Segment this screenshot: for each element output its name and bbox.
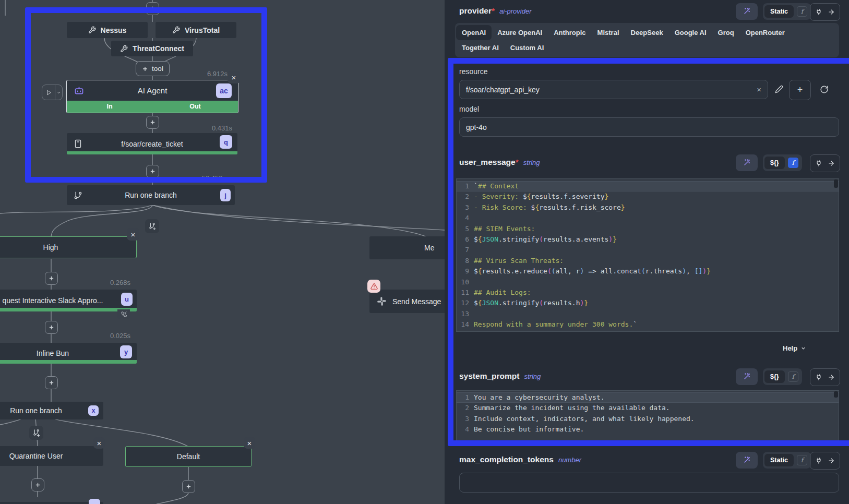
line-number: 8	[457, 256, 469, 266]
code-line: 2- Severity: ${results.f.severity}	[457, 191, 839, 202]
provider-tab-mistral[interactable]: Mistral	[592, 25, 625, 40]
resource-input[interactable]: f/soar/chatgpt_api_key ×	[459, 80, 768, 99]
node-virustotal[interactable]: VirusTotal	[156, 22, 236, 38]
node-label: VirusTotal	[185, 26, 220, 34]
plug-icon[interactable]	[815, 374, 822, 381]
clear-icon[interactable]: ×	[757, 85, 761, 94]
provider-mode-toggle[interactable]: Static f	[763, 3, 811, 20]
node-run-one-branch-2[interactable]: Run one branch x	[0, 402, 103, 419]
template-mode-pill[interactable]: ${}	[764, 370, 785, 383]
node-slack-approval[interactable]: quest Interactive Slack Appro... u	[0, 290, 137, 311]
node-create-ticket[interactable]: f/soar/create_ticket q	[67, 133, 237, 154]
chevron-down-icon[interactable]	[55, 85, 62, 100]
field-name: provider	[459, 6, 492, 15]
provider-tab-openai[interactable]: OpenAI	[456, 25, 492, 40]
code-line: 2Summarize the incident using the availa…	[457, 403, 839, 413]
function-mode-icon[interactable]: f	[788, 158, 798, 168]
plug-icon[interactable]	[815, 8, 822, 16]
node-run-one-branch-1[interactable]: Run one branch j	[67, 185, 235, 205]
connect-group[interactable]	[810, 154, 840, 172]
edit-pencil-icon[interactable]	[773, 83, 785, 95]
ai-assistant-button[interactable]	[736, 452, 758, 469]
add-step-button[interactable]	[146, 116, 159, 129]
model-input[interactable]: gpt-4o	[459, 117, 839, 137]
line-number: 13	[457, 309, 469, 319]
provider-tab-groq[interactable]: Groq	[712, 25, 740, 40]
add-step-button[interactable]	[45, 321, 58, 334]
function-mode-icon[interactable]: f	[788, 371, 798, 382]
add-resource-button[interactable]: +	[789, 80, 811, 100]
branch-default[interactable]: Default	[125, 446, 252, 467]
refresh-icon[interactable]	[818, 83, 830, 95]
scrollbar-thumb[interactable]	[834, 391, 838, 398]
provider-tab-together-ai[interactable]: Together AI	[456, 40, 505, 55]
connect-group[interactable]	[810, 452, 840, 470]
arrow-right-icon[interactable]	[828, 160, 835, 167]
plus-icon	[49, 380, 54, 386]
max-tokens-input[interactable]	[459, 473, 839, 493]
flow-connector-top[interactable]	[146, 2, 159, 15]
node-partial-bottom[interactable]	[0, 502, 103, 504]
max-tokens-mode-toggle[interactable]: Static f	[763, 452, 811, 469]
function-mode-icon[interactable]: f	[797, 455, 807, 465]
provider-tab-azure-openai[interactable]: Azure OpenAI	[492, 25, 548, 40]
line-number: 7	[457, 245, 469, 255]
node-quarantine-user[interactable]: Quarantine User	[0, 446, 103, 466]
close-branch-button[interactable]: ×	[93, 437, 105, 449]
static-mode-pill[interactable]: Static	[764, 5, 794, 18]
user-message-editor[interactable]: 1`## Context2- Severity: ${results.f.sev…	[456, 178, 839, 332]
add-branch-button[interactable]	[145, 219, 159, 233]
code-line: 1`## Context	[457, 181, 839, 191]
add-step-button[interactable]	[45, 272, 58, 285]
close-node-button[interactable]: ×	[228, 71, 240, 83]
user-message-mode-toggle[interactable]: ${} f	[763, 154, 802, 171]
static-mode-pill[interactable]: Static	[764, 454, 794, 466]
add-step-button[interactable]	[31, 478, 44, 491]
agent-out-port[interactable]: Out	[152, 101, 238, 113]
code-text: Summarize the incident using the availab…	[474, 403, 670, 413]
help-dropdown[interactable]: Help	[783, 344, 806, 352]
node-send-message[interactable]: Send Message	[369, 290, 445, 313]
play-icon[interactable]	[42, 85, 55, 100]
close-branch-button[interactable]: ×	[127, 228, 139, 241]
chevron-down-icon	[800, 345, 806, 351]
ai-assistant-button[interactable]	[736, 3, 758, 20]
close-branch-button[interactable]: ×	[244, 437, 255, 449]
branch-medium[interactable]: Me	[369, 236, 445, 259]
add-branch-button[interactable]	[29, 426, 43, 440]
phone-incoming-icon[interactable]	[117, 309, 130, 319]
node-inline-bun[interactable]: Inline Bun y	[0, 343, 137, 364]
provider-tab-deepseek[interactable]: DeepSeek	[625, 25, 669, 40]
plug-icon[interactable]	[815, 160, 822, 167]
node-nessus[interactable]: Nessus	[67, 22, 148, 38]
ai-assistant-button[interactable]	[736, 154, 758, 171]
template-mode-pill[interactable]: ${}	[764, 157, 785, 169]
error-warning-icon[interactable]	[367, 280, 380, 293]
node-threatconnect[interactable]: ThreatConnect	[111, 41, 193, 56]
system-prompt-mode-toggle[interactable]: ${} f	[763, 368, 802, 385]
branch-high[interactable]: High	[0, 236, 137, 258]
system-prompt-editor[interactable]: 1You are a cybersecurity analyst.2Summar…	[456, 390, 839, 442]
wrench-icon	[120, 45, 128, 53]
provider-tab-google-ai[interactable]: Google AI	[669, 25, 712, 40]
arrow-right-icon[interactable]	[828, 8, 835, 16]
provider-tab-anthropic[interactable]: Anthropic	[548, 25, 591, 40]
connect-group[interactable]	[810, 3, 840, 21]
flow-canvas[interactable]: Nessus VirusTotal ThreatConnect tool 6.9…	[0, 0, 445, 504]
add-step-button[interactable]	[45, 376, 58, 389]
function-mode-icon[interactable]: f	[797, 6, 807, 17]
agent-in-port[interactable]: In	[67, 101, 152, 113]
arrow-right-icon[interactable]	[828, 374, 835, 381]
add-step-button[interactable]	[146, 165, 159, 178]
plug-icon[interactable]	[815, 457, 822, 464]
add-step-button[interactable]	[182, 480, 195, 493]
node-ai-agent[interactable]: AI Agent ac In Out	[66, 80, 238, 113]
scrollbar-thumb[interactable]	[834, 179, 838, 188]
run-node-button[interactable]	[42, 85, 63, 100]
provider-tab-custom-ai[interactable]: Custom AI	[505, 40, 550, 55]
connect-group[interactable]	[810, 368, 840, 386]
arrow-right-icon[interactable]	[828, 457, 835, 464]
ai-assistant-button[interactable]	[736, 368, 758, 385]
tool-pill[interactable]: tool	[136, 61, 170, 76]
provider-tab-openrouter[interactable]: OpenRouter	[740, 25, 791, 40]
